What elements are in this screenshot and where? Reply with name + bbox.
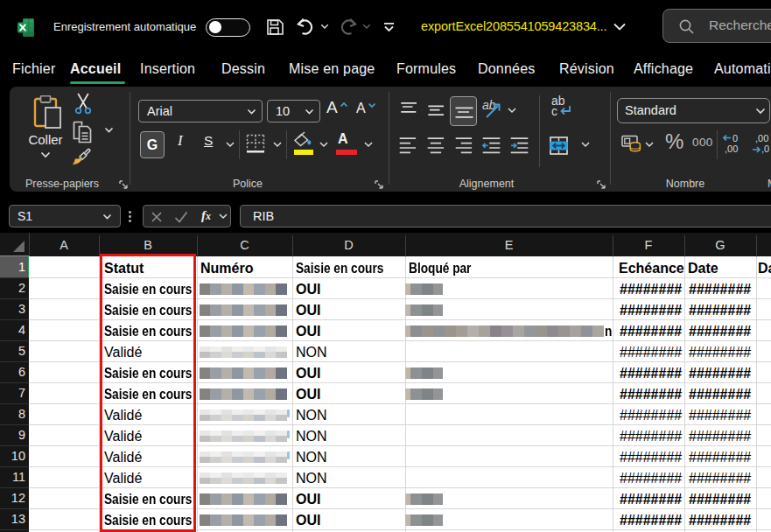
svg-text:,00: ,00 (725, 144, 738, 154)
svg-text:,0: ,0 (761, 144, 769, 154)
svg-text:,00: ,00 (755, 133, 768, 144)
svg-text:0: 0 (732, 133, 738, 144)
